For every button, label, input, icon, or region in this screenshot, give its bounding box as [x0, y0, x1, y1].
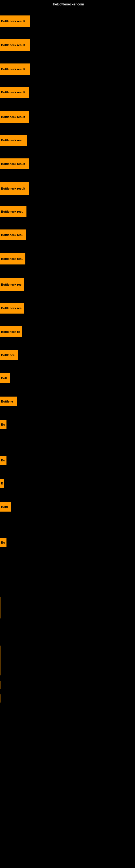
- bottleneck-badge-18[interactable]: Bo: [0, 456, 6, 465]
- bottleneck-badge-9[interactable]: Bottleneck resu: [0, 229, 26, 240]
- bottleneck-badge-3[interactable]: Bottleneck result: [0, 87, 29, 98]
- bottleneck-badge-21[interactable]: Bo: [0, 538, 6, 547]
- bottleneck-badge-7[interactable]: Bottleneck result: [0, 182, 29, 195]
- bottleneck-badge-8[interactable]: Bottleneck resu: [0, 206, 27, 217]
- bottleneck-badge-20[interactable]: Bottl: [0, 502, 11, 512]
- bottleneck-badge-6[interactable]: Bottleneck result: [0, 158, 29, 169]
- bottleneck-badge-5[interactable]: Bottleneck resu: [0, 135, 27, 146]
- vertical-line-0: [1, 597, 1, 618]
- bottleneck-badge-12[interactable]: Bottleneck res: [0, 303, 24, 314]
- bottleneck-badge-16[interactable]: Bottlene: [0, 397, 17, 406]
- bottleneck-badge-11[interactable]: Bottleneck res: [0, 278, 24, 291]
- bottleneck-badge-14[interactable]: Bottlenec: [0, 350, 18, 360]
- bottleneck-badge-4[interactable]: Bottleneck result: [0, 111, 29, 123]
- vertical-line-1: [1, 646, 1, 667]
- bottleneck-badge-0[interactable]: Bottleneck result: [0, 16, 30, 27]
- site-title: TheBottlenecker.com: [51, 2, 84, 6]
- vertical-line-2: [1, 667, 1, 675]
- bottleneck-badge-2[interactable]: Bottleneck result: [0, 63, 30, 75]
- vertical-line-4: [1, 694, 1, 703]
- bottleneck-badge-17[interactable]: Bo: [0, 420, 6, 429]
- bottleneck-badge-13[interactable]: Bottleneck re: [0, 326, 22, 337]
- vertical-line-3: [1, 681, 1, 689]
- bottleneck-badge-1[interactable]: Bottleneck result: [0, 39, 30, 51]
- bottleneck-badge-19[interactable]: B: [0, 479, 4, 488]
- bottleneck-badge-10[interactable]: Bottleneck resu: [0, 253, 26, 265]
- bottleneck-badge-15[interactable]: Bott: [0, 373, 10, 383]
